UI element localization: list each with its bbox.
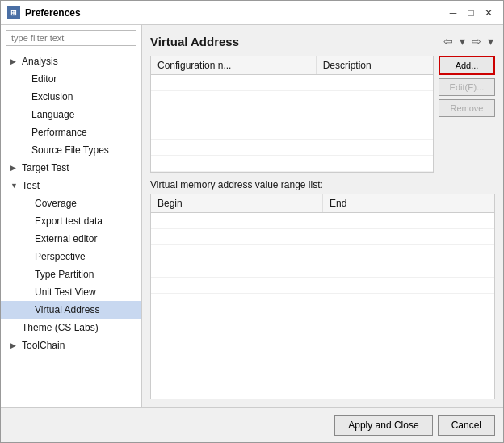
nav-dropdown-button[interactable]: ▾	[458, 33, 467, 49]
sidebar-item-language[interactable]: Language	[1, 106, 141, 123]
window-controls: ─ □ ✕	[445, 5, 497, 21]
nav-forward-dropdown-button[interactable]: ▾	[486, 33, 495, 49]
sidebar-item-label: External editor	[35, 232, 97, 246]
nav-forward-button[interactable]: ⇨	[470, 33, 483, 49]
config-table-wrapper: Configuration n... Description	[150, 56, 434, 173]
window-icon: ⊞	[7, 6, 20, 19]
col-begin: Begin	[151, 194, 323, 213]
sidebar-item-editor[interactable]: Editor	[1, 70, 141, 88]
sidebar-item-label: Analysis	[22, 54, 58, 69]
filter-input[interactable]	[6, 30, 136, 46]
memory-table: Begin End	[151, 194, 494, 294]
config-table: Configuration n... Description	[151, 56, 433, 172]
sidebar-item-source-file-types[interactable]: Source File Types	[1, 141, 141, 159]
sidebar-item-test[interactable]: ▼ Test	[1, 177, 141, 194]
sidebar-item-virtual-address[interactable]: Virtual Address	[1, 301, 141, 319]
table-row	[151, 123, 433, 140]
sidebar-item-label: Test	[22, 178, 40, 193]
sidebar-item-toolchain[interactable]: ▶ ToolChain	[1, 336, 141, 354]
arrow-icon: ▶	[10, 161, 20, 175]
minimize-button[interactable]: ─	[445, 5, 461, 21]
preferences-window: ⊞ Preferences ─ □ ✕ ▶ Analysis Editor	[0, 0, 504, 443]
sidebar-item-label: Editor	[32, 72, 57, 86]
sidebar-item-type-partition[interactable]: Type Partition	[1, 265, 141, 283]
memory-table-wrapper: Begin End	[150, 194, 495, 399]
sidebar-item-label: ToolChain	[22, 338, 65, 353]
col-description: Description	[316, 56, 433, 75]
main-panel: Virtual Address ⇦ ▾ ⇨ ▾ Configuration n.…	[142, 25, 503, 407]
sidebar-item-performance[interactable]: Performance	[1, 123, 141, 141]
cancel-button[interactable]: Cancel	[438, 415, 495, 436]
sidebar-item-label: Theme (CS Labs)	[22, 320, 99, 335]
nav-back-button[interactable]: ⇦	[442, 33, 455, 49]
sidebar-item-label: Performance	[32, 125, 87, 140]
sidebar-item-label: Language	[32, 107, 74, 122]
arrow-icon: ▶	[10, 54, 20, 69]
sidebar-item-label: Exclusion	[32, 90, 73, 104]
config-section: Configuration n... Description	[150, 56, 495, 173]
sidebar-item-label: Target Test	[22, 161, 69, 175]
table-row	[151, 75, 433, 91]
footer: Apply and Close Cancel	[1, 407, 503, 442]
sidebar-item-target-test[interactable]: ▶ Target Test	[1, 159, 141, 177]
sidebar-item-label: Virtual Address	[35, 303, 100, 317]
sidebar-item-label: Perspective	[35, 249, 86, 264]
sidebar-item-coverage[interactable]: Coverage	[1, 194, 141, 212]
table-row	[151, 213, 494, 229]
edit-button[interactable]: Edit(E)...	[439, 78, 495, 96]
table-row	[151, 245, 494, 261]
remove-button[interactable]: Remove	[439, 99, 495, 117]
maximize-button[interactable]: □	[463, 5, 479, 21]
config-buttons: Add... Edit(E)... Remove	[439, 56, 495, 173]
col-config-name: Configuration n...	[151, 56, 316, 75]
close-button[interactable]: ✕	[481, 5, 497, 21]
sidebar-item-theme[interactable]: Theme (CS Labs)	[1, 319, 141, 336]
apply-close-button[interactable]: Apply and Close	[334, 415, 432, 436]
sidebar-item-label: Export test data	[35, 214, 103, 228]
title-bar: ⊞ Preferences ─ □ ✕	[1, 1, 503, 25]
table-row	[151, 229, 494, 245]
memory-label: Virtual memory address value range list:	[150, 179, 495, 190]
sidebar: ▶ Analysis Editor Exclusion Language	[1, 25, 142, 407]
table-row	[151, 278, 494, 294]
panel-title: Virtual Address	[150, 35, 239, 48]
add-button[interactable]: Add...	[439, 56, 495, 75]
table-row	[151, 156, 433, 172]
arrow-icon: ▶	[10, 338, 20, 353]
sidebar-item-label: Coverage	[35, 196, 77, 211]
arrow-icon: ▼	[10, 178, 20, 193]
sidebar-item-exclusion[interactable]: Exclusion	[1, 88, 141, 106]
col-end: End	[323, 194, 495, 213]
sidebar-item-label: Type Partition	[35, 267, 94, 282]
window-title: Preferences	[25, 7, 445, 19]
nav-icons: ⇦ ▾ ⇨ ▾	[442, 33, 495, 49]
sidebar-item-perspective[interactable]: Perspective	[1, 248, 141, 265]
main-header: Virtual Address ⇦ ▾ ⇨ ▾	[150, 33, 495, 49]
sidebar-item-export-test-data[interactable]: Export test data	[1, 212, 141, 230]
sidebar-item-unit-test-view[interactable]: Unit Test View	[1, 283, 141, 301]
table-row	[151, 91, 433, 107]
table-row	[151, 261, 494, 278]
content-area: ▶ Analysis Editor Exclusion Language	[1, 25, 503, 407]
tree: ▶ Analysis Editor Exclusion Language	[1, 51, 141, 407]
table-row	[151, 107, 433, 123]
memory-section: Virtual memory address value range list:…	[150, 179, 495, 399]
sidebar-item-label: Unit Test View	[35, 285, 96, 299]
sidebar-item-external-editor[interactable]: External editor	[1, 230, 141, 248]
table-row	[151, 140, 433, 156]
sidebar-item-label: Source File Types	[32, 143, 109, 157]
sidebar-item-analysis[interactable]: ▶ Analysis	[1, 52, 141, 70]
